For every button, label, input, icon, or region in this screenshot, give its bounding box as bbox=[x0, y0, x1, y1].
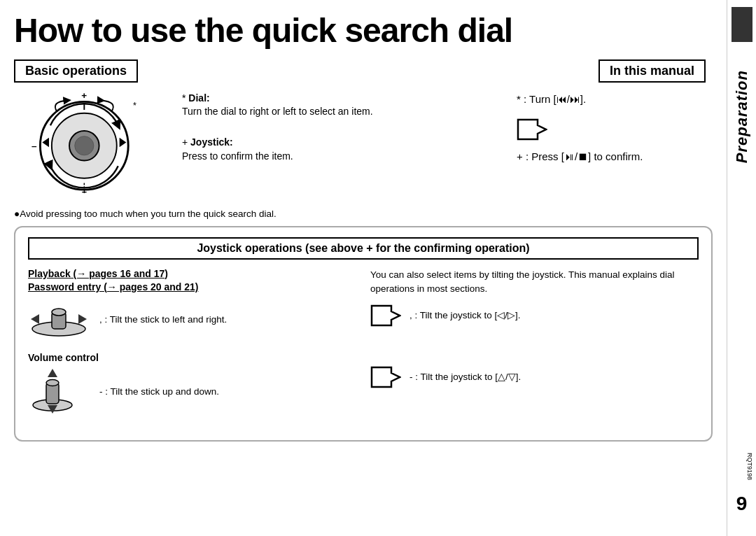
svg-marker-26 bbox=[372, 367, 400, 387]
svg-text:*: * bbox=[133, 101, 136, 111]
joystick-main-desc: You can also select items by tilting the… bbox=[370, 268, 699, 297]
star-turn-text: * : Turn [⏮/⏭]. bbox=[517, 93, 586, 105]
avoid-note: ●Avoid pressing too much when you turn t… bbox=[14, 209, 713, 219]
manual-side: * : Turn [⏮/⏭]. + : Press [⏯/⏹] to confi… bbox=[517, 88, 713, 175]
main-container: How to use the quick search dial Basic o… bbox=[0, 0, 756, 536]
ud-row: - : Tilt the stick up and down. bbox=[28, 367, 356, 418]
joystick-item: + Joystick: Press to confirm the item. bbox=[182, 136, 510, 163]
svg-marker-18 bbox=[31, 314, 39, 324]
joystick-box: Joystick operations (see above + for the… bbox=[14, 226, 713, 442]
dial-descriptions: * Dial: Turn the dial to right or left t… bbox=[182, 88, 510, 170]
joystick-right: You can also select items by tilting the… bbox=[370, 268, 699, 429]
playback-link[interactable]: Playback (→ pages 16 and 17) bbox=[28, 268, 356, 279]
joystick-lr-img bbox=[28, 299, 91, 341]
svg-marker-6 bbox=[120, 137, 127, 147]
star-marker: * bbox=[182, 92, 188, 104]
joystick-label: Joystick: bbox=[190, 136, 233, 148]
lr-desc: , : Tilt the stick to left and right. bbox=[99, 313, 227, 327]
header-row: Basic operations In this manual bbox=[14, 59, 713, 83]
lr-arrow-icon bbox=[370, 303, 401, 328]
svg-marker-14 bbox=[518, 120, 546, 139]
volume-label: Volume control bbox=[28, 352, 356, 363]
svg-text:–: – bbox=[31, 141, 37, 151]
dial-item: * Dial: Turn the dial to right or left t… bbox=[182, 92, 510, 119]
side-tab: Preparation RQT9198 9 bbox=[727, 0, 756, 536]
page-number: 9 bbox=[736, 493, 748, 515]
lr-manual-desc: , : Tilt the joystick to [◁/▷]. bbox=[410, 309, 521, 323]
joystick-links: Playback (→ pages 16 and 17) Password en… bbox=[28, 268, 356, 292]
plus-marker: + bbox=[182, 136, 190, 148]
svg-marker-23 bbox=[48, 369, 57, 377]
joystick-box-title: Joystick operations (see above + for the… bbox=[28, 237, 699, 260]
svg-marker-25 bbox=[372, 306, 400, 325]
ud-manual-desc: - : Tilt the joystick to [△/▽]. bbox=[410, 371, 521, 384]
joystick-ud-img bbox=[28, 367, 91, 418]
ud-manual-row: - : Tilt the joystick to [△/▽]. bbox=[370, 365, 699, 390]
svg-point-17 bbox=[52, 309, 66, 316]
dial-label: Dial: bbox=[188, 92, 209, 104]
joystick-lr-svg bbox=[28, 299, 90, 338]
in-manual-box: In this manual bbox=[598, 59, 706, 83]
svg-marker-5 bbox=[42, 137, 49, 147]
plus-press-item: + : Press [⏯/⏹] to confirm. bbox=[517, 149, 713, 165]
dial-area: + – + * bbox=[14, 88, 175, 196]
dial-illustration: + – + * bbox=[14, 88, 168, 193]
page-title: How to use the quick search dial bbox=[14, 13, 713, 50]
ud-desc: - : Tilt the stick up and down. bbox=[99, 386, 219, 399]
svg-point-22 bbox=[46, 379, 59, 386]
joystick-desc: Press to confirm the item. bbox=[182, 150, 293, 162]
joystick-content: Playback (→ pages 16 and 17) Password en… bbox=[28, 268, 699, 429]
lr-manual-row: , : Tilt the joystick to [◁/▷]. bbox=[370, 303, 699, 328]
side-tab-bar bbox=[732, 7, 752, 42]
rqt-number: RQT9198 bbox=[746, 453, 753, 480]
joystick-left: Playback (→ pages 16 and 17) Password en… bbox=[28, 268, 356, 429]
joystick-ud-svg bbox=[28, 367, 77, 415]
content-area: How to use the quick search dial Basic o… bbox=[0, 0, 727, 536]
lr-row: , : Tilt the stick to left and right. bbox=[28, 299, 356, 341]
basic-ops-box: Basic operations bbox=[14, 59, 138, 83]
svg-marker-19 bbox=[78, 314, 87, 324]
top-section: + – + * bbox=[14, 88, 713, 200]
plus-press-text: + : Press [⏯/⏹] to confirm. bbox=[517, 150, 643, 162]
svg-text:+: + bbox=[81, 90, 87, 101]
dial-desc: Turn the dial to right or left to select… bbox=[182, 106, 373, 117]
password-link[interactable]: Password entry (→ pages 20 and 21) bbox=[28, 281, 356, 292]
star-turn-item: * : Turn [⏮/⏭]. bbox=[517, 92, 713, 108]
arrow-icon bbox=[517, 117, 547, 142]
preparation-label: Preparation bbox=[733, 70, 751, 163]
svg-point-3 bbox=[75, 136, 94, 155]
ud-arrow-icon bbox=[370, 365, 401, 390]
